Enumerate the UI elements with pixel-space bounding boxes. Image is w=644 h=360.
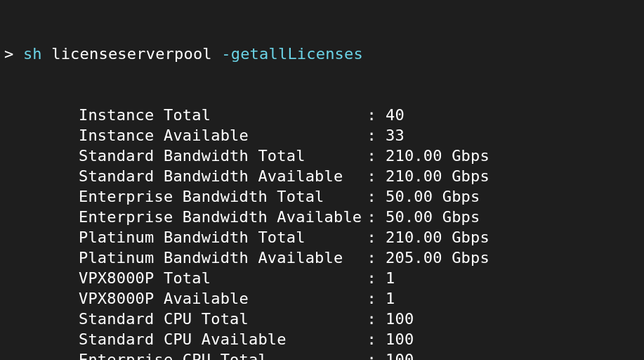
row-label: Platinum Bandwidth Total [79,227,367,248]
row-value: 50.00 Gbps [386,207,480,227]
row-separator: : [367,288,386,309]
row-separator: : [367,125,386,146]
row-value: 205.00 Gbps [386,248,489,268]
row-label: Standard Bandwidth Available [79,166,367,186]
row-value: 40 [386,105,405,125]
output-row: Instance Total: 40 [4,105,644,125]
output-row: Standard CPU Available: 100 [4,329,644,349]
row-value: 210.00 Gbps [386,166,489,186]
row-label: Standard CPU Total [79,309,367,329]
terminal-output: > sh licenseserverpool -getallLicenses I… [0,0,644,360]
row-label: Enterprise Bandwidth Total [79,186,367,207]
output-row: VPX8000P Available: 1 [4,288,644,309]
output-row: Enterprise Bandwidth Total: 50.00 Gbps [4,186,644,207]
output-row: Standard Bandwidth Available: 210.00 Gbp… [4,166,644,186]
output-row: Enterprise Bandwidth Available: 50.00 Gb… [4,207,644,227]
row-separator: : [367,105,386,125]
row-separator: : [367,166,386,186]
row-separator: : [367,268,386,288]
output-row: Platinum Bandwidth Available: 205.00 Gbp… [4,248,644,268]
output-row: Standard CPU Total: 100 [4,309,644,329]
row-separator: : [367,248,386,268]
row-label: Instance Total [79,105,367,125]
command-program: sh [23,45,42,63]
row-label: Platinum Bandwidth Available [79,248,367,268]
prompt-symbol: > [4,45,23,63]
row-separator: : [367,207,386,227]
row-label: Standard Bandwidth Total [79,146,367,166]
row-label: Enterprise CPU Total [79,349,367,360]
row-value: 50.00 Gbps [386,186,480,207]
row-value: 1 [386,288,395,309]
command-line: > sh licenseserverpool -getallLicenses [4,44,644,64]
output-row: Enterprise CPU Total: 100 [4,349,644,360]
row-separator: : [367,309,386,329]
row-label: Enterprise Bandwidth Available [79,207,367,227]
command-target: licenseserverpool [51,45,212,63]
row-value: 210.00 Gbps [386,146,489,166]
row-value: 100 [386,329,414,349]
row-value: 100 [386,309,414,329]
row-label: VPX8000P Available [79,288,367,309]
row-value: 210.00 Gbps [386,227,489,248]
output-row: Instance Available: 33 [4,125,644,146]
output-row: Platinum Bandwidth Total: 210.00 Gbps [4,227,644,248]
row-separator: : [367,227,386,248]
output-rows: Instance Total: 40Instance Available: 33… [4,105,644,360]
row-separator: : [367,329,386,349]
row-value: 100 [386,349,414,360]
row-label: Standard CPU Available [79,329,367,349]
output-row: VPX8000P Total: 1 [4,268,644,288]
row-value: 33 [386,125,405,146]
row-label: VPX8000P Total [79,268,367,288]
row-separator: : [367,146,386,166]
row-separator: : [367,186,386,207]
output-row: Standard Bandwidth Total: 210.00 Gbps [4,146,644,166]
row-separator: : [367,349,386,360]
row-label: Instance Available [79,125,367,146]
command-flag: -getallLicenses [221,45,363,63]
row-value: 1 [386,268,395,288]
